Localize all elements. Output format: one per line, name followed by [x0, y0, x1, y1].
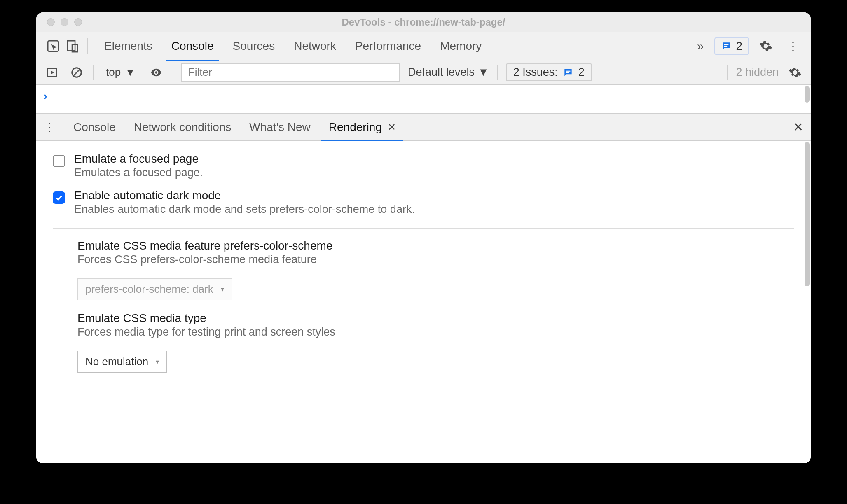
close-drawer-icon[interactable]: ✕ [793, 120, 803, 134]
live-expression-icon[interactable] [148, 64, 164, 81]
main-tabs: Elements Console Sources Network Perform… [104, 34, 694, 58]
tab-memory[interactable]: Memory [440, 34, 482, 58]
titlebar: DevTools - chrome://new-tab-page/ [36, 12, 811, 32]
svg-line-7 [74, 69, 80, 75]
option-title: Enable automatic dark mode [74, 189, 415, 202]
drawer-tab-console[interactable]: Console [73, 115, 116, 140]
separator [727, 65, 728, 80]
tabbar-right: » 2 ⋮ [694, 37, 803, 56]
svg-rect-4 [724, 45, 728, 46]
drawer-tab-network-conditions[interactable]: Network conditions [134, 115, 232, 140]
log-levels-label: Default levels [408, 66, 475, 79]
close-window-button[interactable] [47, 18, 55, 26]
tab-elements[interactable]: Elements [104, 34, 152, 58]
enable-dark-mode-checkbox[interactable] [53, 191, 65, 204]
toggle-sidebar-icon[interactable] [44, 64, 60, 81]
more-options-icon[interactable]: ⋮ [783, 39, 803, 53]
media-type-section: Emulate CSS media type Forces media type… [36, 312, 811, 384]
drawer-more-icon[interactable]: ⋮ [44, 120, 55, 134]
log-levels-dropdown[interactable]: Default levels ▼ [408, 66, 489, 79]
separator [173, 65, 173, 80]
option-description: Enables automatic dark mode and sets pre… [74, 203, 415, 216]
tab-network[interactable]: Network [294, 34, 336, 58]
issues-count: 2 [578, 66, 585, 79]
dropdown-caret-icon: ▼ [125, 66, 136, 79]
tab-console[interactable]: Console [171, 34, 214, 58]
select-value: No emulation [85, 355, 148, 368]
console-toolbar: top ▼ Default levels ▼ 2 Issues: 2 2 hid… [36, 60, 811, 85]
rendering-panel: Emulate a focused page Emulates a focuse… [36, 141, 811, 463]
inspect-element-icon[interactable] [44, 37, 63, 56]
console-messages-count: 2 [736, 40, 742, 53]
separator [497, 65, 498, 80]
media-type-select[interactable]: No emulation ▾ [77, 351, 167, 373]
scrollbar-thumb[interactable] [805, 142, 810, 286]
issues-label: 2 Issues: [513, 66, 558, 79]
console-prompt-icon: › [44, 90, 47, 103]
console-input-area[interactable]: › [36, 85, 811, 114]
drawer-tab-label: Rendering [329, 121, 382, 134]
drawer-tab-rendering[interactable]: Rendering ✕ [329, 115, 396, 140]
context-selector[interactable]: top ▼ [102, 64, 140, 80]
console-messages-badge[interactable]: 2 [714, 37, 749, 55]
scrollbar-thumb[interactable] [805, 86, 810, 103]
dropdown-caret-icon: ▾ [221, 285, 224, 293]
svg-rect-10 [566, 72, 569, 72]
clear-console-icon[interactable] [68, 64, 85, 81]
svg-rect-9 [566, 70, 570, 71]
dropdown-caret-icon: ▼ [478, 66, 489, 79]
filter-input[interactable] [181, 63, 400, 82]
section-description: Forces media type for testing print and … [77, 326, 794, 338]
enable-dark-mode-option: Enable automatic dark mode Enables autom… [36, 187, 811, 223]
divider [53, 228, 794, 229]
emulate-focused-page-checkbox[interactable] [53, 155, 65, 167]
svg-rect-3 [724, 44, 729, 45]
option-description: Emulates a focused page. [74, 166, 203, 179]
prefers-color-scheme-section: Emulate CSS media feature prefers-color-… [36, 239, 811, 312]
prefers-color-scheme-select[interactable]: prefers-color-scheme: dark ▾ [77, 278, 232, 300]
more-tabs-icon[interactable]: » [694, 39, 707, 53]
zoom-window-button[interactable] [74, 18, 82, 26]
separator [87, 38, 88, 54]
drawer-tab-whats-new[interactable]: What's New [249, 115, 311, 140]
hidden-messages-label[interactable]: 2 hidden [736, 66, 779, 79]
devtools-window: DevTools - chrome://new-tab-page/ Elemen… [36, 12, 811, 463]
settings-icon[interactable] [756, 37, 775, 56]
context-label: top [106, 66, 121, 79]
separator [93, 65, 94, 80]
window-title: DevTools - chrome://new-tab-page/ [36, 16, 811, 28]
dropdown-caret-icon: ▾ [156, 358, 159, 366]
section-title: Emulate CSS media type [77, 312, 794, 325]
tab-sources[interactable]: Sources [232, 34, 275, 58]
section-title: Emulate CSS media feature prefers-color-… [77, 239, 794, 252]
device-toolbar-icon[interactable] [63, 37, 82, 56]
close-tab-icon[interactable]: ✕ [388, 121, 396, 133]
traffic-lights [36, 18, 82, 26]
svg-rect-1 [68, 41, 75, 51]
main-tabbar: Elements Console Sources Network Perform… [36, 32, 811, 60]
option-title: Emulate a focused page [74, 152, 203, 166]
console-settings-icon[interactable] [787, 64, 803, 81]
minimize-window-button[interactable] [61, 18, 68, 26]
section-description: Forces CSS prefers-color-scheme media fe… [77, 253, 794, 266]
drawer-tabbar: ⋮ Console Network conditions What's New … [36, 114, 811, 141]
select-value: prefers-color-scheme: dark [85, 283, 213, 296]
tab-performance[interactable]: Performance [355, 34, 421, 58]
svg-point-8 [155, 71, 157, 73]
issues-button[interactable]: 2 Issues: 2 [506, 63, 592, 81]
emulate-focused-page-option: Emulate a focused page Emulates a focuse… [36, 150, 811, 187]
